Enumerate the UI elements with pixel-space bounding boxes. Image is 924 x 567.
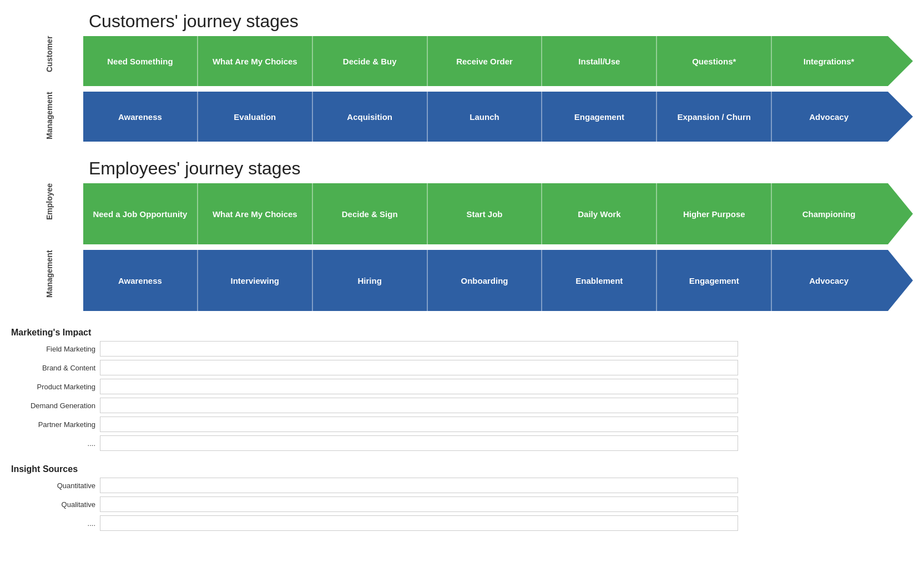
impact-bar-4: [100, 417, 738, 432]
impact-bar-0: [100, 341, 738, 357]
impact-label-1: Brand & Content: [11, 364, 100, 372]
impact-label-4: Partner Marketing: [11, 420, 100, 429]
employee-mgmt-cell-0: Awareness: [83, 250, 198, 311]
customer-cell-3: Receive Order: [428, 36, 543, 86]
employees-journey-title: Employees' journey stages: [89, 158, 913, 179]
insight-rows: Quantitative Qualitative ....: [11, 476, 913, 532]
customer-cells-container: Need Something What Are My Choices Decid…: [83, 36, 913, 86]
customer-row-label: Customer: [11, 36, 83, 86]
customer-row: Customer Need Something What Are My Choi…: [11, 36, 913, 86]
insight-sources-title: Insight Sources: [11, 464, 913, 474]
insight-bar-2: [100, 515, 738, 531]
impact-row-0: Field Marketing: [11, 340, 913, 358]
insight-label-0: Quantitative: [11, 481, 100, 490]
customer-cell-2: Decide & Buy: [313, 36, 428, 86]
impact-row-1: Brand & Content: [11, 359, 913, 377]
employee-arrow-shape: Need a Job Opportunity What Are My Choic…: [83, 183, 913, 244]
employee-cell-1: What Are My Choices: [198, 183, 313, 244]
employee-mgmt-cell-4: Enablement: [542, 250, 657, 311]
marketing-impact-rows: Field Marketing Brand & Content Product …: [11, 340, 913, 453]
employee-management-row: Management Awareness Interviewing Hiring…: [11, 250, 913, 311]
employee-cells-container: Need a Job Opportunity What Are My Choic…: [83, 183, 913, 244]
customer-arrow-shape: Need Something What Are My Choices Decid…: [83, 36, 913, 86]
insight-row-1: Qualitative: [11, 495, 913, 513]
employee-mgmt-cell-6: Advocacy: [772, 250, 913, 311]
impact-row-2: Product Marketing: [11, 378, 913, 395]
employee-cell-0: Need a Job Opportunity: [83, 183, 198, 244]
insight-sources-section: Insight Sources Quantitative Qualitative…: [11, 464, 913, 532]
marketing-impact-section: Marketing's Impact Field Marketing Brand…: [11, 328, 913, 453]
insight-label-1: Qualitative: [11, 500, 100, 509]
customers-journey-title: Customers' journey stages: [89, 11, 913, 32]
employee-row-label: Employee: [11, 183, 83, 244]
employee-mgmt-cell-2: Hiring: [313, 250, 428, 311]
insight-label-2: ....: [11, 519, 100, 528]
employee-mgmt-cell-1: Interviewing: [198, 250, 313, 311]
customer-mgmt-cell-3: Launch: [428, 92, 543, 142]
customer-mgmt-cell-6: Advocacy: [772, 92, 913, 142]
customer-cell-5: Questions*: [657, 36, 772, 86]
impact-row-5: ....: [11, 434, 913, 452]
impact-label-5: ....: [11, 439, 100, 448]
insight-row-2: ....: [11, 514, 913, 532]
employee-cell-5: Higher Purpose: [657, 183, 772, 244]
employee-mgmt-arrow: Awareness Interviewing Hiring Onboarding…: [83, 250, 913, 311]
impact-bar-1: [100, 360, 738, 375]
insight-bar-0: [100, 478, 738, 493]
customer-mgmt-cell-2: Acquisition: [313, 92, 428, 142]
employee-cell-6: Championing: [772, 183, 913, 244]
customer-cell-0: Need Something: [83, 36, 198, 86]
customer-mgmt-cell-0: Awareness: [83, 92, 198, 142]
impact-label-3: Demand Generation: [11, 402, 100, 410]
insight-row-0: Quantitative: [11, 476, 913, 494]
employee-mgmt-cell-3: Onboarding: [428, 250, 543, 311]
impact-bar-5: [100, 435, 738, 451]
impact-row-4: Partner Marketing: [11, 415, 913, 433]
insight-bar-1: [100, 496, 738, 512]
employee-cell-2: Decide & Sign: [313, 183, 428, 244]
customer-mgmt-cell-5: Expansion / Churn: [657, 92, 772, 142]
customer-mgmt-cell-4: Engagement: [542, 92, 657, 142]
employee-management-label: Management: [11, 250, 83, 311]
customer-management-row: Management Awareness Evaluation Acquisit…: [11, 92, 913, 142]
customer-cell-4: Install/Use: [542, 36, 657, 86]
impact-row-3: Demand Generation: [11, 397, 913, 414]
employee-cell-3: Start Job: [428, 183, 543, 244]
employee-mgmt-cell-5: Engagement: [657, 250, 772, 311]
customer-mgmt-arrow: Awareness Evaluation Acquisition Launch …: [83, 92, 913, 142]
marketing-impact-title: Marketing's Impact: [11, 328, 913, 338]
customers-journey-section: Customers' journey stages Customer Need …: [11, 11, 913, 142]
customer-cell-6: Integrations*: [772, 36, 913, 86]
impact-bar-3: [100, 398, 738, 413]
employee-row: Employee Need a Job Opportunity What Are…: [11, 183, 913, 244]
impact-bar-2: [100, 379, 738, 394]
employee-management-cells: Awareness Interviewing Hiring Onboarding…: [83, 250, 913, 311]
employee-cell-4: Daily Work: [542, 183, 657, 244]
impact-label-2: Product Marketing: [11, 383, 100, 391]
employees-journey-section: Employees' journey stages Employee Need …: [11, 158, 913, 311]
customer-mgmt-cell-1: Evaluation: [198, 92, 313, 142]
customer-management-cells: Awareness Evaluation Acquisition Launch …: [83, 92, 913, 142]
impact-label-0: Field Marketing: [11, 345, 100, 353]
customer-management-label: Management: [11, 92, 83, 142]
customer-cell-1: What Are My Choices: [198, 36, 313, 86]
